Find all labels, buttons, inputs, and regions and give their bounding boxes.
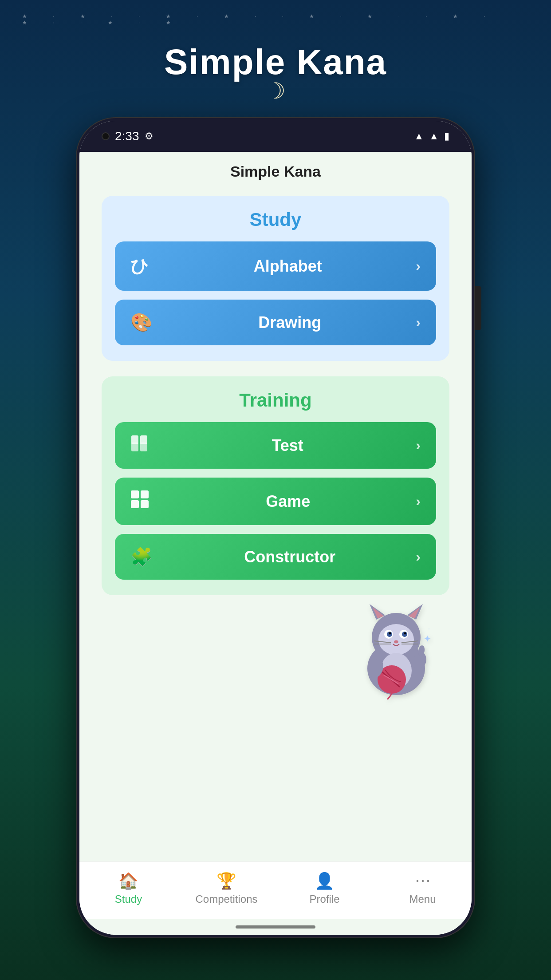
battery-icon: ▮ [444, 130, 449, 142]
wifi-icon: ▲ [414, 130, 424, 142]
game-label: Game [160, 492, 416, 511]
svg-rect-7 [141, 500, 149, 508]
svg-point-14 [378, 624, 414, 655]
profile-icon: 👤 [315, 872, 335, 890]
status-icons-group: ▲ ▲ ▮ [414, 130, 449, 142]
nav-profile-label: Profile [310, 893, 340, 905]
training-section-title: Training [115, 390, 436, 411]
drawing-label: Drawing [164, 313, 416, 332]
svg-rect-4 [131, 490, 139, 498]
nav-study-label: Study [115, 893, 142, 905]
svg-rect-5 [141, 490, 149, 498]
training-section-card: Training Test › [102, 376, 449, 595]
nav-item-competitions[interactable]: 🏆 Competitions [195, 872, 257, 905]
game-chevron: › [416, 493, 421, 510]
status-bar: 2:33 ⚙ ▲ ▲ ▮ [79, 121, 472, 152]
svg-rect-2 [131, 443, 138, 451]
status-time: 2:33 [115, 129, 139, 143]
alphabet-chevron: › [416, 258, 421, 274]
main-content: Study ひ Alphabet › 🎨 Drawing › Training [79, 187, 472, 861]
svg-text:✦: ✦ [424, 634, 431, 644]
bottom-nav: 🏠 Study 🏆 Competitions 👤 Profile ⋯ Menu [79, 861, 472, 919]
alphabet-label: Alphabet [160, 257, 416, 276]
study-section-title: Study [115, 209, 436, 230]
svg-rect-6 [131, 500, 139, 508]
home-bar [236, 925, 315, 929]
nav-menu-label: Menu [409, 893, 436, 905]
app-title-area: Simple Kana ☽ [164, 42, 387, 104]
svg-point-19 [389, 632, 391, 635]
app-main-title: Simple Kana [164, 42, 387, 83]
nav-competitions-label: Competitions [195, 893, 257, 905]
svg-text:·: · [428, 625, 430, 632]
app-header-title: Simple Kana [230, 163, 321, 180]
cat-mascot-image: ✦ · [352, 597, 441, 711]
app-header: Simple Kana [79, 152, 472, 187]
nav-item-study[interactable]: 🏠 Study [97, 872, 159, 905]
constructor-icon: 🧩 [130, 546, 153, 567]
drawing-chevron: › [416, 314, 421, 331]
phone-screen: 2:33 ⚙ ▲ ▲ ▮ Simple Kana Study ひ Alphabe… [79, 121, 472, 935]
constructor-chevron: › [416, 549, 421, 565]
cat-mascot-area: ✦ · [102, 597, 449, 711]
home-icon: 🏠 [118, 872, 138, 890]
svg-point-20 [404, 632, 406, 635]
settings-status-icon: ⚙ [145, 130, 153, 142]
svg-point-21 [394, 640, 398, 644]
constructor-label: Constructor [164, 548, 416, 566]
phone-frame: 2:33 ⚙ ▲ ▲ ▮ Simple Kana Study ひ Alphabe… [76, 117, 475, 938]
test-button[interactable]: Test › [115, 422, 436, 469]
camera-dot [102, 132, 110, 140]
home-indicator [79, 919, 472, 935]
menu-icon: ⋯ [415, 872, 431, 890]
nav-item-profile[interactable]: 👤 Profile [294, 872, 356, 905]
signal-icon: ▲ [429, 130, 439, 142]
trophy-icon: 🏆 [216, 872, 236, 890]
svg-rect-3 [140, 443, 147, 451]
alphabet-button[interactable]: ひ Alphabet › [115, 241, 436, 291]
test-chevron: › [416, 437, 421, 454]
phone-side-button [475, 286, 481, 330]
drawing-icon: 🎨 [130, 312, 153, 333]
test-icon [130, 435, 148, 456]
constructor-button[interactable]: 🧩 Constructor › [115, 534, 436, 580]
alphabet-icon: ひ [130, 254, 149, 278]
game-button[interactable]: Game › [115, 478, 436, 525]
game-icon [130, 490, 149, 513]
nav-item-menu[interactable]: ⋯ Menu [392, 872, 454, 905]
study-section-card: Study ひ Alphabet › 🎨 Drawing › [102, 196, 449, 361]
drawing-button[interactable]: 🎨 Drawing › [115, 300, 436, 345]
test-label: Test [159, 436, 416, 455]
